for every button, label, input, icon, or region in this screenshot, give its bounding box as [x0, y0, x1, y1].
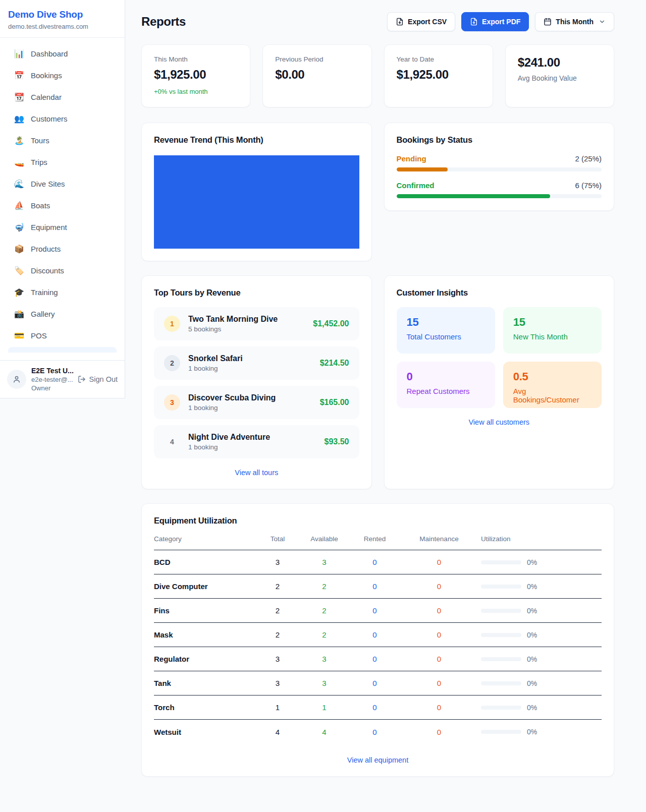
sidebar-item-label: Bookings: [31, 71, 62, 80]
sign-out-button[interactable]: Sign Out: [78, 375, 118, 383]
column-header-category: Category: [154, 535, 255, 543]
export-csv-button[interactable]: Export CSV: [387, 12, 455, 31]
sidebar-item-label: Boats: [31, 201, 50, 210]
tour-revenue: $1,452.00: [313, 319, 349, 328]
tile-value: 0: [407, 370, 485, 383]
sidebar-item-label: Dive Sites: [31, 180, 65, 188]
brand-domain: demo.test.divestreams.com: [8, 23, 117, 30]
stat-label: Year to Date: [397, 55, 480, 63]
equipment-category: Regulator: [154, 655, 255, 663]
status-label: Confirmed: [397, 181, 435, 190]
table-row: Wetsuit 4 4 0 0 0%: [154, 720, 602, 744]
equipment-total: 1: [255, 703, 300, 712]
brand-name: Demo Dive Shop: [8, 9, 117, 20]
app-root: Demo Dive Shop demo.test.divestreams.com…: [0, 0, 646, 794]
equipment-utilization-cell: 0%: [477, 655, 602, 663]
equipment-available: 2: [300, 582, 348, 591]
table-row: Fins 2 2 0 0 0%: [154, 599, 602, 623]
sidebar-item-discounts[interactable]: 🏷️ Discounts: [8, 260, 117, 281]
sidebar-item-calendar[interactable]: 📆 Calendar: [8, 86, 117, 108]
equipment-category: Wetsuit: [154, 728, 255, 736]
period-dropdown[interactable]: This Month: [535, 12, 614, 31]
status-row-confirmed: Confirmed 6 (75%): [397, 181, 602, 198]
equipment-total: 2: [255, 606, 300, 615]
sailboat-icon: ⛵: [14, 202, 24, 210]
tour-bookings: 1 booking: [188, 404, 312, 412]
stat-card-year-to-date: Year to Date $1,925.00: [384, 44, 493, 107]
equipment-maintenance: 0: [401, 679, 477, 687]
table-row: Tank 3 3 0 0 0%: [154, 671, 602, 695]
tearoff-calendar-icon: 📆: [14, 93, 24, 101]
utilization-bar: [481, 730, 521, 734]
equipment-total: 4: [255, 728, 300, 736]
sidebar-item-label: POS: [31, 331, 47, 340]
stat-label: Avg Booking Value: [518, 74, 602, 82]
export-pdf-label: Export PDF: [482, 18, 520, 26]
sidebar-item-gallery[interactable]: 📸 Gallery: [8, 303, 117, 325]
rank-badge: 4: [164, 434, 180, 450]
user-info: E2E Test U... e2e-tester@... Owner: [31, 367, 73, 392]
stat-value: $0.00: [275, 68, 359, 82]
top-tours-card: Top Tours by Revenue 1 Two Tank Morning …: [141, 275, 372, 489]
equipment-table-header: Category Total Available Rented Maintena…: [154, 535, 602, 550]
equipment-available: 1: [300, 703, 348, 712]
tile-label: New This Month: [513, 332, 591, 341]
rank-badge: 3: [164, 394, 180, 411]
customer-insights-card: Customer Insights 15 Total Customers 15 …: [384, 275, 615, 489]
equipment-rented: 0: [348, 655, 401, 663]
sidebar-item-tours[interactable]: 🏝️ Tours: [8, 130, 117, 151]
utilization-percent: 0%: [527, 655, 537, 663]
calendar-icon: [544, 18, 552, 26]
equipment-total: 3: [255, 679, 300, 687]
wave-icon: 🌊: [14, 180, 24, 188]
user-name: E2E Test U...: [31, 367, 73, 375]
sidebar-item-training[interactable]: 🎓 Training: [8, 281, 117, 303]
column-header-available: Available: [300, 535, 348, 543]
tile-label: Repeat Customers: [407, 387, 485, 395]
tile-value: 0.5: [513, 370, 591, 383]
sidebar-item-trips[interactable]: 🚤 Trips: [8, 151, 117, 173]
tour-row: 3 Discover Scuba Diving 1 booking $165.0…: [154, 386, 359, 419]
tile-value: 15: [407, 316, 485, 329]
tour-name: Snorkel Safari: [188, 354, 312, 363]
table-row: Regulator 3 3 0 0 0%: [154, 647, 602, 671]
stat-card-this-month: This Month $1,925.00 +0% vs last month: [141, 44, 250, 107]
stat-delta: +0% vs last month: [154, 88, 238, 95]
sidebar-item-products[interactable]: 📦 Products: [8, 238, 117, 260]
view-all-equipment-link[interactable]: View all equipment: [154, 756, 602, 764]
bookings-by-status-title: Bookings by Status: [397, 135, 602, 145]
tile-label: Avg Bookings/Customer: [513, 387, 591, 404]
sidebar-item-label: Products: [31, 245, 61, 253]
utilization-percent: 0%: [527, 607, 537, 615]
stat-card-previous-period: Previous Period $0.00: [262, 44, 371, 107]
equipment-rented: 0: [348, 558, 401, 566]
sidebar-item-dashboard[interactable]: 📊 Dashboard: [8, 43, 117, 65]
sidebar-item-label: Discounts: [31, 266, 64, 275]
view-all-tours-link[interactable]: View all tours: [154, 469, 359, 477]
tour-revenue: $93.50: [325, 437, 349, 446]
equipment-utilization-cell: 0%: [477, 558, 602, 566]
chevron-down-icon: [599, 18, 606, 25]
export-pdf-button[interactable]: Export PDF: [461, 12, 529, 31]
graduation-cap-icon: 🎓: [14, 288, 24, 297]
view-all-customers-link[interactable]: View all customers: [397, 418, 602, 426]
sidebar-item-equipment[interactable]: 🤿 Equipment: [8, 216, 117, 238]
equipment-available: 2: [300, 606, 348, 615]
stat-value: $241.00: [518, 55, 602, 70]
equipment-category: BCD: [154, 558, 255, 566]
tour-row: 4 Night Dive Adventure 1 booking $93.50: [154, 425, 359, 458]
sidebar-item-active-partial[interactable]: [8, 347, 117, 353]
column-header-rented: Rented: [348, 535, 401, 543]
equipment-rented: 0: [348, 679, 401, 687]
tile-total-customers: 15 Total Customers: [397, 307, 495, 354]
utilization-percent: 0%: [527, 728, 537, 736]
utilization-bar: [481, 706, 521, 710]
equipment-utilization-cell: 0%: [477, 607, 602, 615]
sidebar-item-pos[interactable]: 💳 POS: [8, 325, 117, 346]
sidebar-item-customers[interactable]: 👥 Customers: [8, 108, 117, 130]
equipment-maintenance: 0: [401, 728, 477, 736]
sidebar-item-boats[interactable]: ⛵ Boats: [8, 195, 117, 216]
camera-icon: 📸: [14, 310, 24, 318]
sidebar-item-bookings[interactable]: 📅 Bookings: [8, 65, 117, 86]
sidebar-item-dive-sites[interactable]: 🌊 Dive Sites: [8, 173, 117, 195]
